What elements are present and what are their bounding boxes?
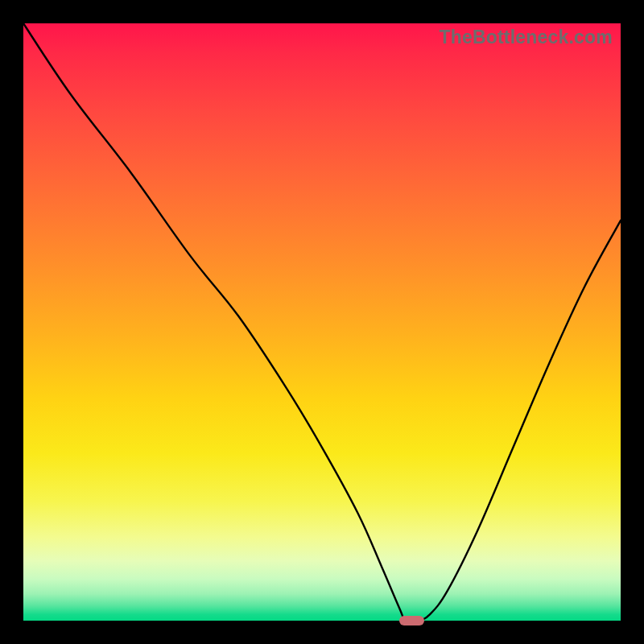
chart-frame: TheBottleneck.com [0, 0, 644, 644]
plot-area: TheBottleneck.com [23, 23, 621, 621]
optimum-marker [399, 616, 424, 626]
bottleneck-curve [23, 23, 621, 621]
